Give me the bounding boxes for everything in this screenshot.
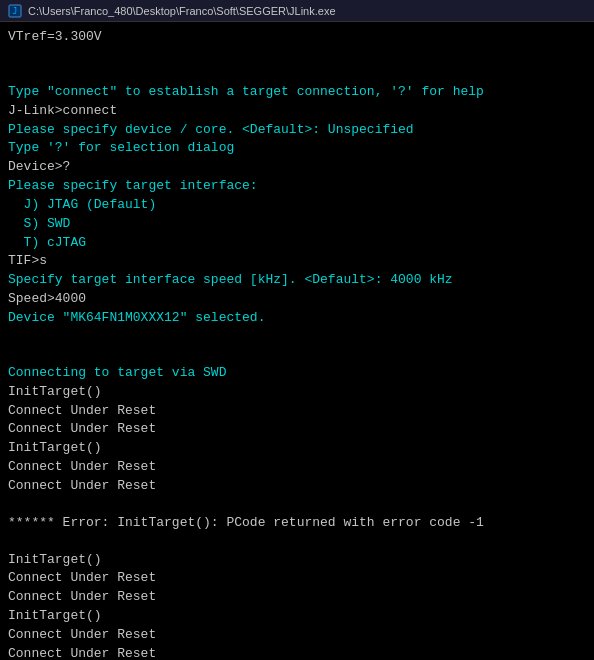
- svg-text:J: J: [13, 7, 18, 16]
- terminal-line: Speed>4000: [8, 290, 586, 309]
- terminal-line: J-Link>connect: [8, 102, 586, 121]
- terminal-line: Device>?: [8, 158, 586, 177]
- terminal-line: Connect Under Reset: [8, 402, 586, 421]
- terminal-line: TIF>s: [8, 252, 586, 271]
- terminal-line: Type '?' for selection dialog: [8, 139, 586, 158]
- title-bar-text: C:\Users\Franco_480\Desktop\Franco\Soft\…: [28, 5, 336, 17]
- terminal-line: J) JTAG (Default): [8, 196, 586, 215]
- terminal-line: Device "MK64FN1M0XXX12" selected.: [8, 309, 586, 328]
- terminal-empty-line: [8, 47, 586, 65]
- terminal-empty-line: [8, 65, 586, 83]
- terminal-line: Connect Under Reset: [8, 588, 586, 607]
- terminal-line: Connect Under Reset: [8, 645, 586, 660]
- terminal-line: Please specify device / core. <Default>:…: [8, 121, 586, 140]
- terminal-line: Please specify target interface:: [8, 177, 586, 196]
- terminal-line: InitTarget(): [8, 551, 586, 570]
- terminal-line: Connect Under Reset: [8, 569, 586, 588]
- terminal-line: Connect Under Reset: [8, 626, 586, 645]
- terminal-empty-line: [8, 328, 586, 346]
- terminal-line: InitTarget(): [8, 439, 586, 458]
- terminal-line: VTref=3.300V: [8, 28, 586, 47]
- terminal-line: ****** Error: InitTarget(): PCode return…: [8, 514, 586, 533]
- terminal-line: S) SWD: [8, 215, 586, 234]
- terminal-line: InitTarget(): [8, 383, 586, 402]
- terminal-line: T) cJTAG: [8, 234, 586, 253]
- terminal-line: Connect Under Reset: [8, 420, 586, 439]
- terminal-line: Connect Under Reset: [8, 477, 586, 496]
- terminal-empty-line: [8, 496, 586, 514]
- app-icon: J: [8, 4, 22, 18]
- terminal-line: Connect Under Reset: [8, 458, 586, 477]
- title-bar: J C:\Users\Franco_480\Desktop\Franco\Sof…: [0, 0, 594, 22]
- terminal-empty-line: [8, 346, 586, 364]
- terminal-line: Specify target interface speed [kHz]. <D…: [8, 271, 586, 290]
- terminal-line: Type "connect" to establish a target con…: [8, 83, 586, 102]
- terminal-line: Connecting to target via SWD: [8, 364, 586, 383]
- terminal-window: VTref=3.300VType "connect" to establish …: [0, 22, 594, 660]
- terminal-line: InitTarget(): [8, 607, 586, 626]
- terminal-empty-line: [8, 533, 586, 551]
